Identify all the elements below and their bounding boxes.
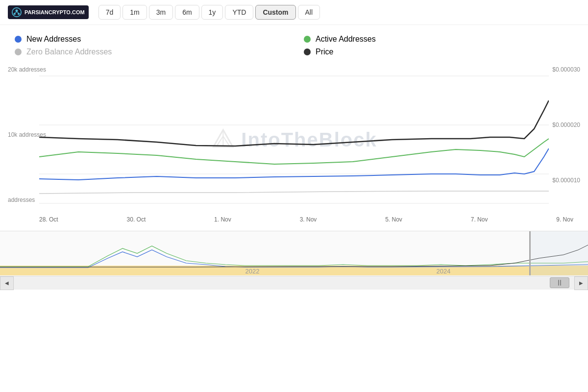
svg-point-1 xyxy=(16,9,18,12)
x-label-7: 9. Nov xyxy=(556,216,573,223)
x-labels: 28. Oct 30. Oct 1. Nov 3. Nov 5. Nov 7. … xyxy=(0,213,588,223)
x-label-4: 3. Nov xyxy=(300,216,317,223)
mini-chart-container: 2022 2024 ◀ ▶ xyxy=(0,231,588,290)
x-label-2: 30. Oct xyxy=(127,216,146,223)
svg-line-4 xyxy=(15,12,17,13)
svg-point-0 xyxy=(12,8,21,17)
svg-point-3 xyxy=(18,13,20,15)
scroll-left-button[interactable]: ◀ xyxy=(0,276,14,290)
chart-area: 20k addresses 10k addresses addresses $0… xyxy=(0,61,588,228)
scroll-right-button[interactable]: ▶ xyxy=(574,276,588,290)
svg-rect-17 xyxy=(529,231,531,275)
svg-rect-16 xyxy=(529,231,588,275)
time-button-group: 7d 1m 3m 6m 1y YTD Custom All xyxy=(98,5,320,20)
btn-1y[interactable]: 1y xyxy=(201,5,223,20)
legend-dot-active-addresses xyxy=(304,36,311,43)
legend-label-active-addresses: Active Addresses xyxy=(316,35,376,44)
x-label-6: 7. Nov xyxy=(471,216,488,223)
header: PARSIANCRYPTO.COM 7d 1m 3m 6m 1y YTD Cus… xyxy=(0,0,588,25)
scroll-thumb[interactable] xyxy=(550,277,569,288)
legend: New Addresses Active Addresses Zero Bala… xyxy=(0,25,588,61)
mini-chart-svg xyxy=(0,231,588,275)
main-chart-svg xyxy=(39,66,549,213)
legend-dot-price xyxy=(304,49,311,55)
svg-point-2 xyxy=(14,13,16,15)
legend-label-new-addresses: New Addresses xyxy=(26,35,81,44)
legend-new-addresses[interactable]: New Addresses xyxy=(15,35,284,44)
legend-dot-zero-balance xyxy=(15,49,22,55)
y-label-right-mid: $0.000020 xyxy=(552,122,580,128)
logo-badge: PARSIANCRYPTO.COM xyxy=(8,5,89,19)
btn-ytd[interactable]: YTD xyxy=(225,5,253,20)
legend-active-addresses[interactable]: Active Addresses xyxy=(304,35,573,44)
scroll-thumb-grip xyxy=(558,280,561,286)
logo-text: PARSIANCRYPTO.COM xyxy=(24,9,85,15)
scroll-track[interactable] xyxy=(14,276,574,290)
y-label-right-top: $0.000030 xyxy=(552,66,580,73)
legend-dot-new-addresses xyxy=(15,36,22,43)
x-label-3: 1. Nov xyxy=(214,216,231,223)
btn-all[interactable]: All xyxy=(298,5,320,20)
btn-3m[interactable]: 3m xyxy=(149,5,173,20)
x-label-1: 28. Oct xyxy=(39,216,58,223)
svg-line-5 xyxy=(17,12,19,13)
btn-1m[interactable]: 1m xyxy=(122,5,147,20)
legend-label-zero-balance: Zero Balance Addresses xyxy=(26,48,112,56)
x-label-5: 5. Nov xyxy=(385,216,402,223)
y-labels-right: $0.000030 $0.000020 $0.000010 xyxy=(552,66,580,184)
legend-label-price: Price xyxy=(316,48,333,56)
main-chart-wrapper: IntoTheBlock xyxy=(39,66,549,213)
scroll-grip-line-2 xyxy=(560,280,561,286)
btn-custom[interactable]: Custom xyxy=(255,5,295,20)
scrollbar: ◀ ▶ xyxy=(0,276,588,290)
btn-7d[interactable]: 7d xyxy=(98,5,121,20)
legend-price[interactable]: Price xyxy=(304,48,573,56)
logo-icon xyxy=(12,7,22,17)
price-line xyxy=(39,100,549,146)
y-label-right-bot: $0.000010 xyxy=(552,177,580,184)
scroll-grip-line-1 xyxy=(558,280,559,286)
logo: PARSIANCRYPTO.COM xyxy=(8,5,89,19)
btn-6m[interactable]: 6m xyxy=(175,5,199,20)
legend-zero-balance[interactable]: Zero Balance Addresses xyxy=(15,48,284,56)
active-addresses-line xyxy=(39,139,549,164)
zero-balance-line xyxy=(39,191,549,194)
